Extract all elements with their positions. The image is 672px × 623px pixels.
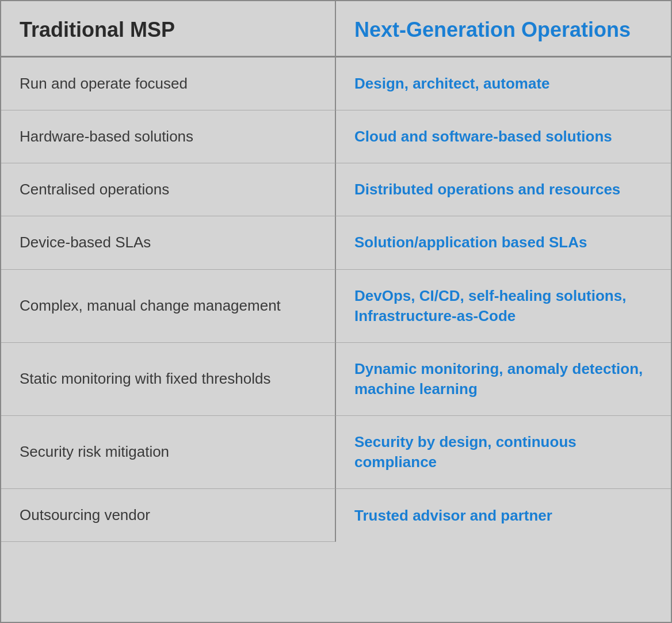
cell-nextgen-5: Dynamic monitoring, anomaly detection, m… <box>336 343 671 416</box>
header-nextgen-label: Next-Generation Operations <box>354 18 631 41</box>
cell-traditional-3: Device-based SLAs <box>1 216 336 269</box>
cell-text-nextgen-1: Cloud and software-based solutions <box>354 127 612 147</box>
cell-text-traditional-3: Device-based SLAs <box>20 232 151 253</box>
cell-text-traditional-2: Centralised operations <box>20 179 169 200</box>
cell-text-nextgen-3: Solution/application based SLAs <box>354 232 587 253</box>
header-traditional: Traditional MSP <box>1 1 336 56</box>
cell-text-nextgen-6: Security by design, continuous complianc… <box>354 432 652 472</box>
cell-traditional-2: Centralised operations <box>1 163 336 216</box>
cell-nextgen-4: DevOps, CI/CD, self-healing solutions, I… <box>336 270 671 343</box>
cell-text-nextgen-4: DevOps, CI/CD, self-healing solutions, I… <box>354 286 652 326</box>
cell-nextgen-1: Cloud and software-based solutions <box>336 110 671 163</box>
cell-text-traditional-7: Outsourcing vendor <box>20 505 150 525</box>
cell-text-nextgen-0: Design, architect, automate <box>354 74 550 94</box>
cell-traditional-6: Security risk mitigation <box>1 416 336 489</box>
cell-nextgen-7: Trusted advisor and partner <box>336 489 671 542</box>
cell-text-traditional-5: Static monitoring with fixed thresholds <box>20 369 270 389</box>
cell-traditional-5: Static monitoring with fixed thresholds <box>1 343 336 416</box>
cell-text-traditional-4: Complex, manual change management <box>20 296 281 316</box>
cell-text-traditional-0: Run and operate focused <box>20 74 188 94</box>
cell-traditional-0: Run and operate focused <box>1 58 336 110</box>
cell-traditional-7: Outsourcing vendor <box>1 489 336 542</box>
cell-text-nextgen-7: Trusted advisor and partner <box>354 506 552 526</box>
cell-text-traditional-1: Hardware-based solutions <box>20 127 193 147</box>
cell-traditional-1: Hardware-based solutions <box>1 110 336 163</box>
cell-nextgen-2: Distributed operations and resources <box>336 163 671 216</box>
table-header: Traditional MSP Next-Generation Operatio… <box>1 1 671 58</box>
cell-traditional-4: Complex, manual change management <box>1 270 336 343</box>
header-nextgen: Next-Generation Operations <box>336 1 671 56</box>
cell-text-nextgen-5: Dynamic monitoring, anomaly detection, m… <box>354 359 652 399</box>
cell-nextgen-6: Security by design, continuous complianc… <box>336 416 671 489</box>
cell-text-nextgen-2: Distributed operations and resources <box>354 179 620 200</box>
cell-nextgen-3: Solution/application based SLAs <box>336 216 671 269</box>
table-body: Run and operate focusedDesign, architect… <box>1 58 671 542</box>
header-traditional-label: Traditional MSP <box>20 18 175 41</box>
cell-text-traditional-6: Security risk mitigation <box>20 442 169 462</box>
comparison-table: Traditional MSP Next-Generation Operatio… <box>0 0 672 623</box>
cell-nextgen-0: Design, architect, automate <box>336 58 671 110</box>
